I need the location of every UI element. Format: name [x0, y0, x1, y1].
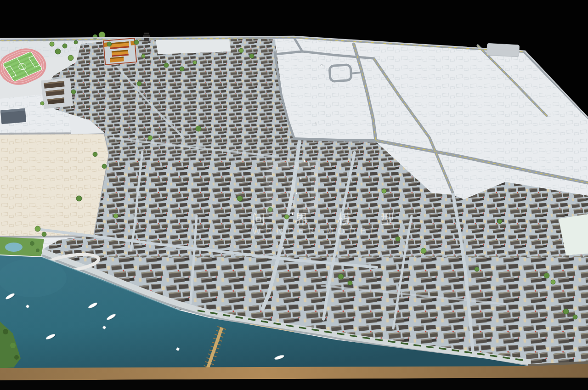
tree [544, 273, 549, 278]
park-pool [5, 243, 23, 252]
car [300, 177, 301, 179]
car [296, 192, 297, 194]
tree [76, 196, 82, 201]
tree [137, 81, 141, 86]
tree [42, 232, 46, 237]
car [282, 247, 284, 249]
tree [249, 54, 254, 58]
car [304, 159, 305, 162]
tree [475, 267, 479, 271]
tree [99, 32, 105, 38]
tree [55, 49, 61, 54]
tree [164, 63, 169, 68]
left-plaza [0, 133, 109, 237]
tree [93, 152, 97, 157]
tree [396, 237, 400, 241]
tree [284, 215, 289, 219]
tree [35, 226, 40, 232]
tree [382, 189, 386, 193]
tree [50, 42, 54, 46]
tree [573, 315, 577, 319]
tree [551, 280, 555, 284]
tree [107, 42, 112, 46]
tree [196, 126, 201, 131]
scene-canvas [0, 0, 588, 390]
tree [74, 40, 78, 44]
tree [338, 274, 344, 279]
tree [141, 54, 145, 58]
tree [113, 214, 118, 218]
tree [563, 309, 569, 314]
model-photo: 问 界 模 型 WONDER MODEL [0, 0, 588, 390]
tree [421, 248, 426, 254]
car [320, 64, 322, 66]
waterfront-park [0, 237, 44, 256]
tree [498, 219, 502, 224]
tree [68, 55, 74, 61]
car [315, 122, 317, 124]
tree [148, 136, 153, 140]
tree [40, 102, 44, 105]
civic-building [0, 108, 26, 124]
tree [134, 40, 139, 45]
tree [180, 67, 184, 71]
tree [71, 90, 76, 94]
tree [348, 281, 352, 285]
tree [62, 44, 67, 48]
pavilion-complex [41, 78, 73, 109]
tree [237, 196, 243, 201]
tree [102, 164, 107, 169]
tree [239, 48, 243, 53]
tree [193, 61, 197, 64]
car [292, 213, 293, 215]
